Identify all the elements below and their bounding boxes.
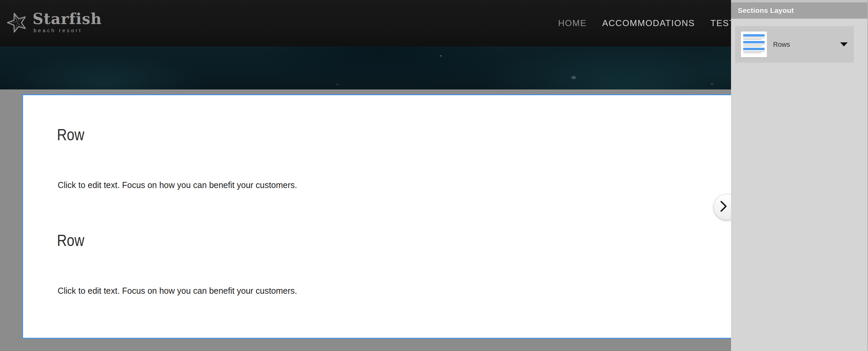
logo-text: Starfish beach resort [33, 11, 102, 33]
editor-canvas: Starfish beach resort HOME ACCOMMODATION… [0, 0, 868, 351]
row-body-text[interactable]: Click to edit text. Focus on how you can… [58, 286, 297, 296]
row-heading[interactable]: Row [57, 232, 84, 249]
panel-header[interactable]: Sections Layout [731, 2, 867, 19]
sections-layout-panel: Sections Layout Rows [731, 0, 868, 351]
panel-title: Sections Layout [738, 6, 794, 15]
panel-top-strip [731, 0, 867, 2]
nav-item-home[interactable]: HOME [558, 18, 587, 28]
rows-layout-thumbnail-icon [741, 32, 767, 57]
logo-title: Starfish [33, 11, 102, 27]
caret-down-icon [840, 42, 848, 46]
row-heading[interactable]: Row [57, 127, 84, 143]
logo-tagline: beach resort [34, 27, 102, 33]
site-logo[interactable]: Starfish beach resort [7, 11, 102, 33]
layout-dropdown-value: Rows [773, 41, 790, 48]
layout-dropdown[interactable]: Rows [735, 26, 854, 63]
starfish-icon [7, 11, 28, 33]
row-body-text[interactable]: Click to edit text. Focus on how you can… [58, 180, 297, 190]
nav-item-accommodations[interactable]: ACCOMMODATIONS [602, 18, 695, 28]
